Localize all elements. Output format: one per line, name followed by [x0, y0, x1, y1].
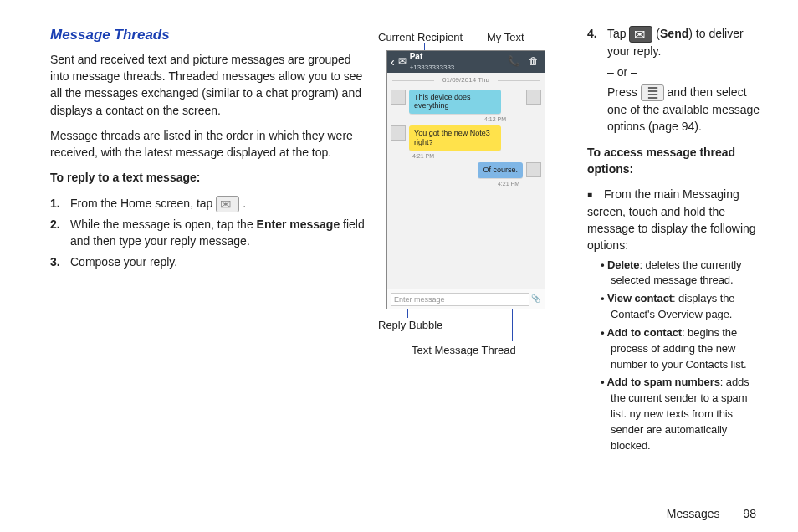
avatar-icon — [526, 90, 541, 105]
outgoing-bubble-blue: Of course. — [478, 162, 523, 178]
section-heading: Message Threads — [50, 25, 368, 46]
envelope-icon: ✉ — [398, 54, 407, 69]
back-icon: ‹ — [391, 54, 395, 70]
option-view-contact: View contact: displays the Contact's Ove… — [611, 291, 765, 323]
timestamp-1: 4:12 PM — [479, 115, 545, 124]
outgoing-bubble-yellow: You got the new Note3 right? — [409, 125, 501, 151]
step-2: 2. While the message is open, tap the En… — [50, 216, 368, 250]
contact-number: +13333333333 — [410, 63, 455, 73]
incoming-bubble-1: This device does everything — [409, 90, 501, 115]
step-2-bold: Enter message — [257, 217, 340, 231]
send-icon — [629, 26, 652, 43]
messaging-icon — [216, 196, 239, 212]
step-3: 3. Compose your reply. — [50, 253, 368, 270]
step-1: 1. From the Home screen, tap . — [50, 195, 368, 212]
option-add-to-contact: Add to contact: begins the process of ad… — [611, 325, 765, 373]
footer-page-number: 98 — [743, 507, 756, 520]
avatar-icon — [391, 90, 406, 105]
step-4-send-bold: Send — [660, 27, 688, 40]
paragraph-1: Sent and received text and picture messa… — [50, 51, 368, 119]
menu-icon — [641, 84, 664, 101]
trash-icon: 🗑 — [526, 54, 541, 69]
enter-message-field[interactable]: Enter message — [391, 293, 529, 306]
step-2-text-a: While the message is open, tap the — [70, 217, 257, 231]
step-4: 4. Tap (Send) to deliver your reply. – o… — [587, 25, 765, 136]
avatar-icon — [391, 125, 406, 141]
footer-section: Messages — [667, 507, 720, 520]
label-reply-bubble: Reply Bubble — [378, 318, 442, 334]
step-1-text-a: From the Home screen, tap — [70, 197, 216, 210]
call-icon: 📞 — [505, 54, 523, 69]
access-heading: To access message thread options: — [587, 144, 765, 178]
contact-name: Pat — [410, 52, 423, 61]
option-add-to-spam: Add to spam numbers: adds the current se… — [611, 375, 765, 453]
avatar-icon — [526, 162, 541, 177]
step-1-text-b: . — [243, 197, 246, 210]
step-3-text: Compose your reply. — [70, 253, 368, 270]
message-input-bar: Enter message 📎 — [387, 289, 545, 309]
access-intro: From the main Messaging screen, touch an… — [587, 186, 765, 453]
label-text-thread: Text Message Thread — [412, 343, 516, 359]
press-text-a: Press — [607, 85, 641, 99]
timestamp-3: 4:21 PM — [387, 180, 524, 188]
label-current-recipient: Current Recipient — [378, 30, 463, 46]
date-divider: 01/09/2014 Thu — [387, 73, 545, 88]
paragraph-2: Message threads are listed in the order … — [50, 127, 368, 161]
timestamp-2: 4:21 PM — [407, 152, 545, 161]
step-4-text-a: Tap — [607, 27, 629, 40]
phone-header: ‹ ✉ Pat +13333333333 📞 🗑 — [387, 51, 545, 73]
label-my-text: My Text — [487, 30, 524, 46]
access-intro-text: From the main Messaging screen, touch an… — [587, 187, 756, 252]
phone-figure: Current Recipient My Text Reply Bubble T… — [378, 25, 554, 457]
page-footer: Messages 98 — [667, 507, 756, 520]
reply-heading: To reply to a text message: — [50, 169, 368, 186]
option-delete: Delete: deletes the currently selected m… — [611, 258, 765, 289]
or-line: – or – — [607, 64, 765, 80]
attach-icon: 📎 — [529, 294, 541, 304]
